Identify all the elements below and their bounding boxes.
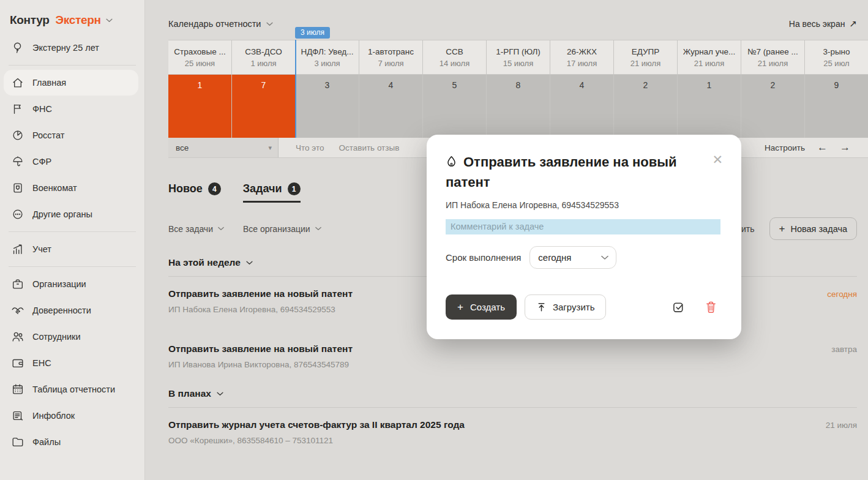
calendar-prev-arrow[interactable]: ← bbox=[817, 141, 828, 154]
column-name: Страховые ... bbox=[174, 47, 225, 56]
column-name: 1-автотранс bbox=[368, 47, 414, 56]
chart-icon bbox=[11, 242, 24, 256]
plus-icon: + bbox=[457, 302, 463, 312]
folder-icon bbox=[11, 435, 24, 449]
due-date-select[interactable]: сегодня bbox=[529, 246, 616, 269]
tab-new[interactable]: Новое 4 bbox=[168, 182, 221, 203]
column-date: 21 июля bbox=[694, 59, 724, 68]
column-count: 2 bbox=[614, 75, 677, 138]
column-count: 9 bbox=[805, 75, 868, 138]
calendar-title: Календарь отчетности bbox=[168, 19, 261, 29]
calendar-configure-link[interactable]: Настроить bbox=[765, 143, 805, 152]
column-count: 4 bbox=[359, 75, 422, 138]
calendar-column[interactable]: 1-РГП (ЮЛ)15 июля 8 bbox=[487, 40, 550, 138]
calendar-column[interactable]: Страховые ...25 июня 1 bbox=[168, 40, 232, 138]
column-count: 1 bbox=[678, 75, 741, 138]
sidebar-item-ens[interactable]: ЕНС bbox=[4, 350, 138, 376]
trash-icon[interactable] bbox=[705, 301, 717, 313]
chevron-down-icon bbox=[315, 227, 322, 231]
ellipsis-circle-icon bbox=[11, 208, 24, 221]
people-icon bbox=[11, 330, 24, 343]
column-date: 1 июля bbox=[250, 59, 276, 68]
flag-icon bbox=[11, 102, 24, 116]
sidebar-item-infoblock[interactable]: Инфоблок bbox=[4, 403, 138, 429]
section-planned[interactable]: В планах bbox=[168, 388, 857, 399]
column-name: №7 (ранее ... bbox=[747, 47, 798, 56]
mark-done-icon[interactable] bbox=[672, 301, 685, 313]
balloon-icon bbox=[11, 41, 24, 54]
filter-all-tasks[interactable]: Все задачи bbox=[168, 224, 225, 234]
caret-down-icon: ▾ bbox=[268, 144, 272, 152]
sidebar-item-label: Экстерну 25 лет bbox=[32, 43, 99, 53]
sidebar-item-organizations[interactable]: Организации bbox=[4, 271, 138, 297]
sidebar-item-fns[interactable]: ФНС bbox=[4, 96, 138, 122]
calendar-next-arrow[interactable]: → bbox=[840, 141, 850, 154]
column-count: 1 bbox=[168, 75, 231, 138]
create-label: Создать bbox=[470, 302, 505, 312]
fullscreen-button[interactable]: На весь экран ↗ bbox=[789, 18, 857, 29]
sidebar-item-sfr[interactable]: СФР bbox=[4, 149, 138, 174]
sidebar-item-label: Организации bbox=[32, 279, 86, 289]
sidebar-item-voenkomat[interactable]: Военкомат bbox=[4, 175, 138, 201]
umbrella-icon bbox=[11, 155, 24, 168]
calendar-column[interactable]: ЕДУПР21 июля 2 bbox=[614, 40, 678, 138]
tab-tasks[interactable]: Задачи 1 bbox=[243, 182, 301, 203]
sidebar-item-files[interactable]: Файлы bbox=[4, 429, 138, 455]
column-count: 7 bbox=[232, 75, 295, 138]
sidebar-item-home[interactable]: Главная bbox=[4, 70, 138, 96]
sidebar-item-report-table[interactable]: Таблица отчетности bbox=[4, 377, 138, 402]
task-row[interactable]: Отправить заявление на новый патент ИП И… bbox=[168, 332, 857, 387]
sidebar: КонтурЭкстерн Экстерну 25 лет Главная ФН… bbox=[0, 0, 145, 480]
task-modal: ✕ Отправить заявление на новый патент ИП… bbox=[427, 135, 741, 339]
modal-title: Отправить заявление на новый патент bbox=[446, 152, 720, 192]
task-row[interactable]: Отправить журнал учета счетов-фактур за … bbox=[168, 408, 857, 463]
task-due-date: 21 июля bbox=[826, 419, 857, 430]
calendar-column[interactable]: №7 (ранее ...21 июля 2 bbox=[741, 40, 805, 138]
close-icon[interactable]: ✕ bbox=[712, 153, 723, 166]
upload-button[interactable]: Загрузить bbox=[525, 294, 607, 320]
sidebar-item-employees[interactable]: Сотрудники bbox=[4, 324, 138, 350]
flame-icon bbox=[446, 156, 457, 168]
calendar-column[interactable]: СЗВ-ДСО1 июля 7 bbox=[232, 40, 296, 138]
calendar-title-dropdown[interactable]: Календарь отчетности bbox=[168, 19, 273, 29]
sidebar-item-other-agencies[interactable]: Другие органы bbox=[4, 201, 138, 227]
calendar-column-today[interactable]: 3 июля НДФЛ: Увед...3 июля 3 bbox=[296, 40, 359, 138]
calendar-column[interactable]: Журнал уче...21 июля 1 bbox=[678, 40, 741, 138]
sidebar-item-attorneys[interactable]: Доверенности bbox=[4, 298, 138, 323]
tab-label: Задачи bbox=[243, 182, 282, 195]
sidebar-item-uchet[interactable]: Учет bbox=[4, 236, 138, 262]
handshake-icon bbox=[11, 304, 24, 317]
column-date: 7 июля bbox=[378, 59, 403, 68]
comment-input[interactable]: Комментарий к задаче bbox=[446, 219, 720, 234]
arrow-up-right-icon: ↗ bbox=[849, 18, 857, 29]
task-due-date: завтра bbox=[831, 343, 857, 354]
column-name: 1-РГП (ЮЛ) bbox=[496, 47, 541, 56]
column-name: 3-рыно bbox=[823, 47, 850, 56]
column-name: ССВ bbox=[446, 47, 463, 56]
calendar-filter-select[interactable]: все ▾ bbox=[168, 138, 279, 157]
upload-label: Загрузить bbox=[553, 302, 595, 312]
app-logo[interactable]: КонтурЭкстерн bbox=[0, 10, 144, 34]
what-is-this-link[interactable]: Что это bbox=[296, 143, 324, 152]
task-due-date: сегодня bbox=[827, 288, 857, 299]
sidebar-item-rosstat[interactable]: Росстат bbox=[4, 122, 138, 148]
calendar-column[interactable]: 1-автотранс7 июля 4 bbox=[359, 40, 423, 138]
calendar-column[interactable]: 26-ЖКХ17 июля 4 bbox=[550, 40, 614, 138]
column-date: 3 июля bbox=[314, 59, 340, 68]
calendar-column[interactable]: 3-рыно25 июл 9 bbox=[805, 40, 868, 138]
task-title: Отправить журнал учета счетов-фактур за … bbox=[168, 419, 465, 430]
sidebar-item-promo-25[interactable]: Экстерну 25 лет bbox=[4, 35, 138, 61]
tab-label: Новое bbox=[168, 182, 203, 195]
create-button[interactable]: + Создать bbox=[446, 294, 517, 320]
fullscreen-label: На весь экран bbox=[789, 19, 845, 29]
divider bbox=[9, 231, 136, 232]
leave-feedback-link[interactable]: Оставить отзыв bbox=[339, 143, 399, 152]
calendar-column[interactable]: ССВ14 июля 5 bbox=[423, 40, 487, 138]
sidebar-item-label: СФР bbox=[32, 157, 51, 167]
new-task-button[interactable]: + Новая задача bbox=[769, 217, 858, 240]
column-name: ЕДУПР bbox=[632, 47, 660, 56]
tab-count-badge: 4 bbox=[208, 182, 221, 195]
filter-all-organizations[interactable]: Все организации bbox=[243, 224, 322, 234]
wallet-icon bbox=[11, 356, 24, 370]
column-date: 17 июля bbox=[567, 59, 597, 68]
